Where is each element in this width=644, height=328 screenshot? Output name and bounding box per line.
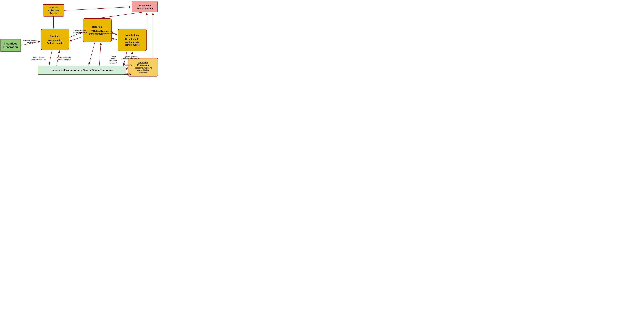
label-evaluate-mfr: Evaluate IncentiveBased on Manufacturer: [121, 56, 141, 60]
label-report-updated-earned: Report UpdatedIncentives Earned: [71, 30, 89, 34]
label-evaluate-role-taken: Evaluate IncentiveBased on Role Taken: [96, 31, 116, 35]
svg-line-16: [69, 37, 82, 41]
svg-line-18: [112, 38, 118, 40]
svg-line-10: [100, 42, 101, 66]
vector-space-label: Incentives Evaluations by Vector Space T…: [51, 69, 113, 72]
svg-line-4: [64, 7, 132, 11]
role-play-body: Assigned toCollect e-waste: [42, 39, 68, 45]
incentives-generation-label: Incentives Generation: [1, 42, 20, 49]
role-play-title: Role Play: [42, 35, 68, 38]
label-evaluate-agency: Evaluate IncentiveBased on Agency: [55, 57, 74, 61]
manufacturer-body: Broadcast tocustomers tobring e-waste: [119, 38, 146, 46]
svg-line-5: [97, 12, 142, 18]
label-processing: Processing: [122, 64, 134, 66]
incentives-generation-node: Incentives Generation: [0, 39, 21, 52]
incentive-processing-body: Processing, Assigningand ValidatingIncen…: [129, 67, 157, 74]
ewaste-agency-node: E-wasteCollectionAgency: [43, 4, 64, 17]
svg-line-13: [126, 67, 128, 70]
manufacturer-node: Manufacturer Broadcast tocustomers tobri…: [118, 29, 147, 51]
label-validation: Validation: [122, 73, 134, 75]
blockchain-label: BlockchainSmart contract: [137, 4, 153, 10]
role-take-title: Role Take: [84, 26, 110, 28]
role-play-node: Role Play Assigned toCollect e-waste: [41, 29, 69, 50]
svg-line-9: [89, 42, 95, 66]
diagram-container: Incentives Generation BlockchainSmart co…: [0, 0, 161, 82]
ewaste-agency-label: E-wasteCollectionAgency: [48, 6, 59, 15]
manufacturer-title: Manufacturer: [119, 34, 146, 37]
label-establish: Establish Incentive Strategy: [22, 40, 39, 44]
label-report-updated-assigned: Report UpdatedIncentives assigned: [30, 57, 47, 61]
svg-line-7: [49, 51, 52, 66]
blockchain-node: BlockchainSmart contract: [132, 2, 158, 12]
vector-space-node: Incentives Evaluations by Vector Space T…: [38, 66, 126, 75]
label-report-updated-mfr: ReportUpdatedIncentivesassigned: [106, 56, 121, 64]
